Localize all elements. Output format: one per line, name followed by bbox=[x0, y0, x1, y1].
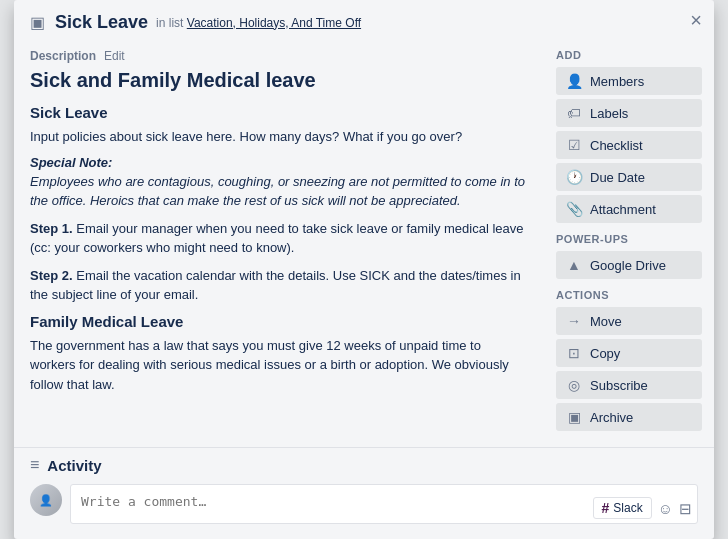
move-label: Move bbox=[590, 314, 622, 329]
archive-icon: ▣ bbox=[566, 409, 582, 425]
attachment-button[interactable]: 📎 Attachment bbox=[556, 195, 702, 223]
labels-icon: 🏷 bbox=[566, 105, 582, 121]
description-header: Description Edit bbox=[30, 49, 528, 63]
move-icon: → bbox=[566, 313, 582, 329]
family-leave-text: The government has a law that says you m… bbox=[30, 336, 528, 395]
move-button[interactable]: → Move bbox=[556, 307, 702, 335]
comment-row: 👤 # Slack ☺ ⊟ bbox=[30, 484, 698, 527]
google-drive-button[interactable]: ▲ Google Drive bbox=[556, 251, 702, 279]
attachment-icon: 📎 bbox=[566, 201, 582, 217]
avatar: 👤 bbox=[30, 484, 62, 516]
due-date-icon: 🕐 bbox=[566, 169, 582, 185]
description-label: Description bbox=[30, 49, 96, 63]
step-2-text: Step 2. Email the vacation calendar with… bbox=[30, 266, 528, 305]
main-content: Description Edit Sick and Family Medical… bbox=[14, 41, 544, 447]
slack-badge[interactable]: # Slack bbox=[593, 497, 652, 519]
copy-icon: ⊡ bbox=[566, 345, 582, 361]
card-modal: ▣ Sick Leave in list Vacation, Holidays,… bbox=[14, 0, 714, 539]
emoji-button[interactable]: ☺ bbox=[658, 501, 673, 516]
family-leave-heading: Family Medical Leave bbox=[30, 313, 528, 330]
subscribe-button[interactable]: ◎ Subscribe bbox=[556, 371, 702, 399]
google-drive-label: Google Drive bbox=[590, 258, 666, 273]
checklist-icon: ☑ bbox=[566, 137, 582, 153]
avatar-initial: 👤 bbox=[39, 494, 53, 507]
members-label: Members bbox=[590, 74, 644, 89]
attachment-label: Attachment bbox=[590, 202, 656, 217]
power-ups-section-title: Power-Ups bbox=[556, 233, 702, 245]
step-1-text: Step 1. Email your manager when you need… bbox=[30, 219, 528, 258]
special-note-label: Special Note: bbox=[30, 155, 528, 170]
edit-link[interactable]: Edit bbox=[104, 49, 125, 63]
due-date-button[interactable]: 🕐 Due Date bbox=[556, 163, 702, 191]
copy-label: Copy bbox=[590, 346, 620, 361]
checklist-button[interactable]: ☑ Checklist bbox=[556, 131, 702, 159]
slack-hash-icon: # bbox=[602, 500, 610, 516]
due-date-label: Due Date bbox=[590, 170, 645, 185]
actions-section-title: Actions bbox=[556, 289, 702, 301]
sick-leave-heading: Sick Leave bbox=[30, 104, 528, 121]
modal-header: ▣ Sick Leave in list Vacation, Holidays,… bbox=[14, 0, 714, 41]
add-section-title: Add bbox=[556, 49, 702, 61]
slack-label: Slack bbox=[613, 501, 642, 515]
sidebar: Add 👤 Members 🏷 Labels ☑ Checklist 🕐 Due… bbox=[544, 41, 714, 447]
activity-icon: ≡ bbox=[30, 456, 39, 474]
labels-label: Labels bbox=[590, 106, 628, 121]
modal-subtitle: in list Vacation, Holidays, And Time Off bbox=[156, 16, 361, 30]
subscribe-label: Subscribe bbox=[590, 378, 648, 393]
subtitle-prefix: in list bbox=[156, 16, 183, 30]
modal-title: Sick Leave bbox=[55, 12, 148, 33]
sick-leave-intro: Input policies about sick leave here. Ho… bbox=[30, 127, 528, 147]
attach-button[interactable]: ⊟ bbox=[679, 501, 692, 516]
archive-label: Archive bbox=[590, 410, 633, 425]
activity-title: Activity bbox=[47, 457, 101, 474]
labels-button[interactable]: 🏷 Labels bbox=[556, 99, 702, 127]
comment-input-wrap: # Slack ☺ ⊟ bbox=[70, 484, 698, 527]
comment-actions: # Slack ☺ ⊟ bbox=[593, 497, 692, 519]
special-note-text: Employees who are contagious, coughing, … bbox=[30, 172, 528, 211]
modal-body: Description Edit Sick and Family Medical… bbox=[14, 41, 714, 447]
member-icon: 👤 bbox=[566, 73, 582, 89]
archive-button[interactable]: ▣ Archive bbox=[556, 403, 702, 431]
activity-header: ≡ Activity bbox=[30, 456, 698, 474]
google-drive-icon: ▲ bbox=[566, 257, 582, 273]
list-link[interactable]: Vacation, Holidays, And Time Off bbox=[187, 16, 361, 30]
copy-button[interactable]: ⊡ Copy bbox=[556, 339, 702, 367]
checklist-label: Checklist bbox=[590, 138, 643, 153]
card-title: Sick and Family Medical leave bbox=[30, 69, 528, 92]
subscribe-icon: ◎ bbox=[566, 377, 582, 393]
close-button[interactable]: × bbox=[690, 10, 702, 30]
card-header-icon: ▣ bbox=[30, 13, 45, 32]
activity-section: ≡ Activity 👤 # Slack ☺ ⊟ bbox=[14, 447, 714, 539]
members-button[interactable]: 👤 Members bbox=[556, 67, 702, 95]
